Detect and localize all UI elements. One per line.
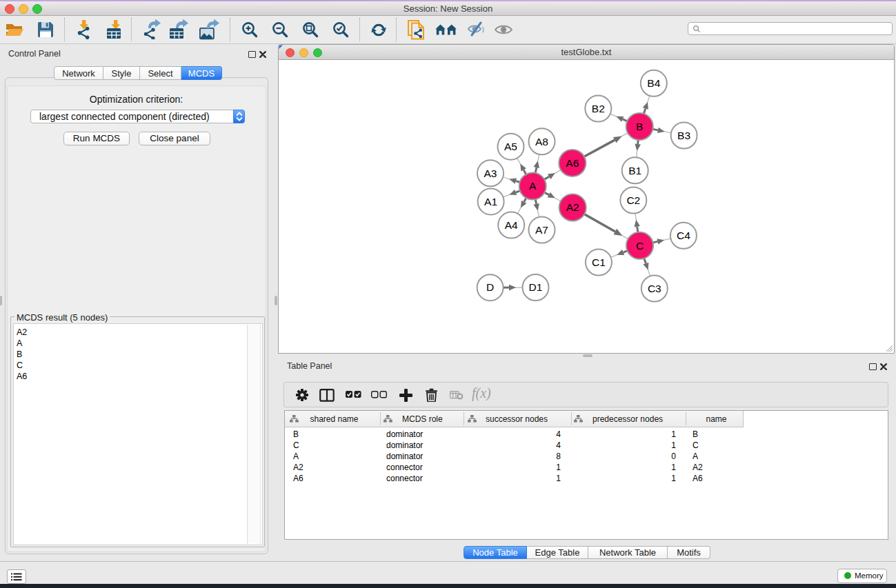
svg-text:C4: C4: [677, 230, 690, 241]
svg-text:A2: A2: [566, 201, 579, 213]
svg-text:B3: B3: [677, 130, 690, 141]
svg-text:B: B: [636, 121, 643, 132]
svg-text:C: C: [636, 240, 644, 252]
svg-text:C1: C1: [592, 256, 606, 268]
svg-text:B4: B4: [647, 77, 660, 89]
svg-text:A5: A5: [504, 141, 517, 152]
svg-text:C2: C2: [626, 194, 640, 206]
svg-text:A6: A6: [566, 157, 579, 169]
svg-text:A4: A4: [505, 219, 518, 231]
svg-text:A1: A1: [484, 196, 497, 207]
svg-text:A8: A8: [535, 136, 548, 148]
svg-text:A7: A7: [535, 224, 548, 236]
svg-text:B1: B1: [628, 165, 641, 176]
svg-text:D: D: [486, 281, 494, 293]
svg-text:A: A: [529, 180, 537, 192]
svg-text:B2: B2: [592, 103, 605, 114]
svg-text:C3: C3: [648, 283, 661, 294]
svg-text:A3: A3: [484, 168, 497, 179]
svg-text:D1: D1: [529, 281, 543, 293]
